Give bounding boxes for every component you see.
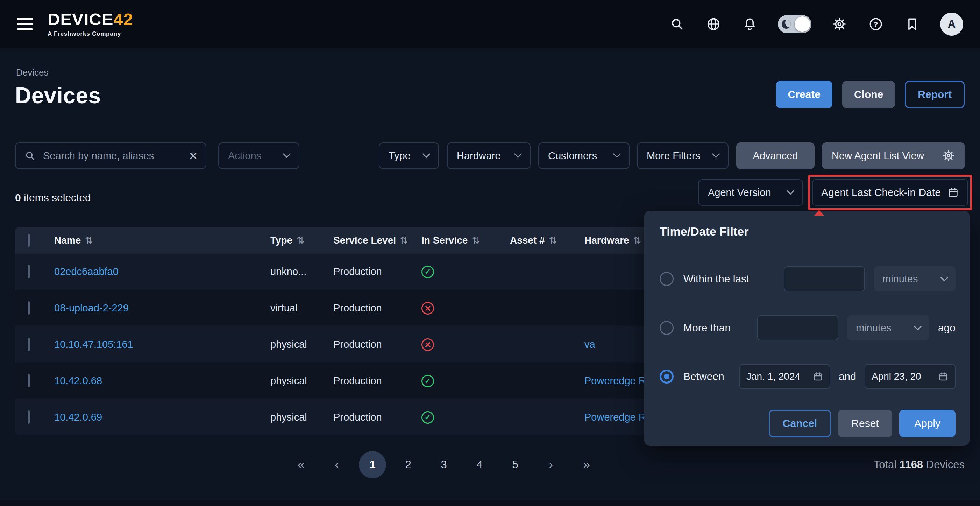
apply-button[interactable]: Apply	[899, 410, 956, 437]
within-unit-dropdown[interactable]: minutes	[874, 266, 956, 292]
between-row: Between Jan. 1, 2024 and April 23, 20	[660, 364, 956, 389]
type-filter-label: Type	[388, 150, 410, 162]
page-button-4[interactable]: 4	[462, 449, 497, 480]
between-end-date-picker[interactable]: April 23, 20	[865, 364, 956, 389]
more-than-radio[interactable]	[660, 321, 674, 335]
sort-icon	[633, 235, 641, 246]
calendar-icon	[947, 187, 959, 198]
in-service-status-icon	[422, 411, 434, 424]
moon-icon	[782, 19, 791, 29]
search-icon	[24, 150, 36, 162]
hardware-filter-label: Hardware	[457, 150, 501, 162]
brand-logo[interactable]: DEVICE42 A Freshworks Company	[48, 11, 133, 37]
clone-button[interactable]: Clone	[842, 81, 895, 108]
sort-icon	[400, 235, 408, 246]
row-checkbox[interactable]	[28, 301, 30, 314]
page-title: Devices	[15, 83, 101, 109]
bookmark-icon[interactable]	[904, 16, 921, 32]
breadcrumb[interactable]: Devices	[16, 67, 48, 78]
hardware-filter-dropdown[interactable]: Hardware	[447, 142, 531, 169]
chevron-down-icon	[940, 274, 948, 282]
within-the-last-radio[interactable]	[660, 272, 674, 286]
more-than-value-input[interactable]	[757, 315, 838, 340]
brand-accent: 42	[113, 10, 133, 29]
settings-gear-icon[interactable]	[831, 16, 848, 32]
first-page-button[interactable]: «	[283, 449, 319, 480]
help-icon[interactable]: ?	[867, 16, 884, 32]
more-than-unit-label: minutes	[856, 322, 891, 334]
globe-icon[interactable]	[705, 16, 722, 32]
new-agent-list-view-button[interactable]: New Agent List View	[822, 142, 965, 169]
page-button-1[interactable]: 1	[355, 449, 390, 480]
agent-version-label: Agent Version	[708, 187, 771, 198]
end-date-value: April 23, 20	[872, 371, 921, 382]
hamburger-menu-icon[interactable]	[17, 18, 33, 30]
row-checkbox[interactable]	[28, 374, 30, 387]
header-actions: Create Clone Report	[776, 81, 965, 108]
cancel-button[interactable]: Cancel	[769, 410, 831, 437]
between-label: Between	[683, 370, 724, 383]
agent-last-checkin-label: Agent Last Check-in Date	[821, 187, 941, 198]
last-page-button[interactable]: »	[569, 449, 605, 480]
device-name-link[interactable]: 10.42.0.68	[54, 375, 270, 387]
clear-search-icon[interactable]: ×	[189, 149, 197, 163]
agent-last-checkin-date-button[interactable]: Agent Last Check-in Date	[812, 179, 968, 206]
more-filters-dropdown[interactable]: More Filters	[637, 142, 729, 169]
between-radio[interactable]	[660, 370, 674, 383]
previous-page-button[interactable]: ‹	[319, 449, 355, 480]
actions-dropdown[interactable]: Actions	[218, 142, 299, 169]
column-header-asset[interactable]: Asset #	[510, 235, 584, 246]
calendar-icon	[938, 371, 948, 382]
column-header-type[interactable]: Type	[270, 235, 333, 246]
row-checkbox[interactable]	[28, 338, 30, 351]
user-avatar[interactable]: A	[940, 13, 963, 36]
between-start-date-picker[interactable]: Jan. 1, 2024	[739, 364, 830, 389]
chevron-down-icon	[712, 150, 720, 158]
within-the-last-label: Within the last	[683, 273, 749, 285]
column-header-service-level[interactable]: Service Level	[333, 235, 422, 246]
next-page-button[interactable]: ›	[533, 449, 569, 480]
within-the-last-value-input[interactable]	[784, 266, 865, 292]
create-button[interactable]: Create	[776, 81, 832, 108]
toggle-knob	[795, 16, 810, 32]
brand-tagline: A Freshworks Company	[48, 30, 133, 37]
advanced-button[interactable]: Advanced	[736, 142, 815, 169]
type-filter-dropdown[interactable]: Type	[379, 142, 439, 169]
row-checkbox[interactable]	[28, 410, 30, 424]
ago-label: ago	[938, 322, 956, 334]
select-all-checkbox[interactable]	[28, 234, 30, 247]
actions-dropdown-label: Actions	[228, 150, 261, 162]
total-count-value: 1168	[900, 458, 923, 471]
device-type: unkno...	[270, 266, 333, 278]
page-button-3[interactable]: 3	[426, 449, 462, 480]
notifications-bell-icon[interactable]	[741, 16, 758, 32]
items-selected-status: 0 items selected	[15, 192, 91, 204]
customers-filter-dropdown[interactable]: Customers	[538, 142, 630, 169]
device-type: virtual	[270, 302, 333, 314]
within-the-last-row: Within the last minutes	[660, 266, 956, 292]
row-checkbox[interactable]	[28, 265, 30, 278]
service-level: Production	[333, 339, 422, 350]
more-than-unit-dropdown[interactable]: minutes	[848, 315, 929, 340]
chevron-down-icon	[613, 150, 621, 158]
in-service-status-icon	[422, 338, 434, 351]
search-icon[interactable]	[669, 16, 686, 32]
report-button[interactable]: Report	[905, 81, 965, 108]
page-button-5[interactable]: 5	[497, 449, 533, 480]
search-box[interactable]: ×	[15, 142, 206, 169]
column-header-name[interactable]: Name	[54, 235, 270, 246]
device42-app: DEVICE42 A Freshworks Company ?	[0, 0, 980, 506]
search-input[interactable]	[43, 150, 182, 162]
agent-version-dropdown[interactable]: Agent Version	[698, 179, 803, 206]
column-header-in-service[interactable]: In Service	[422, 235, 510, 246]
in-service-status-icon	[422, 375, 434, 387]
dark-mode-toggle[interactable]	[778, 15, 811, 33]
chevron-down-icon	[914, 322, 922, 331]
device-name-link[interactable]: 02edc6aabfa0	[54, 266, 270, 278]
device-name-link[interactable]: 10.42.0.69	[54, 412, 270, 423]
device-name-link[interactable]: 08-upload-2-229	[54, 302, 270, 314]
reset-button[interactable]: Reset	[838, 410, 892, 437]
device-name-link[interactable]: 10.10.47.105:161	[54, 339, 270, 350]
new-agent-list-view-label: New Agent List View	[832, 150, 924, 162]
page-button-2[interactable]: 2	[390, 449, 426, 480]
